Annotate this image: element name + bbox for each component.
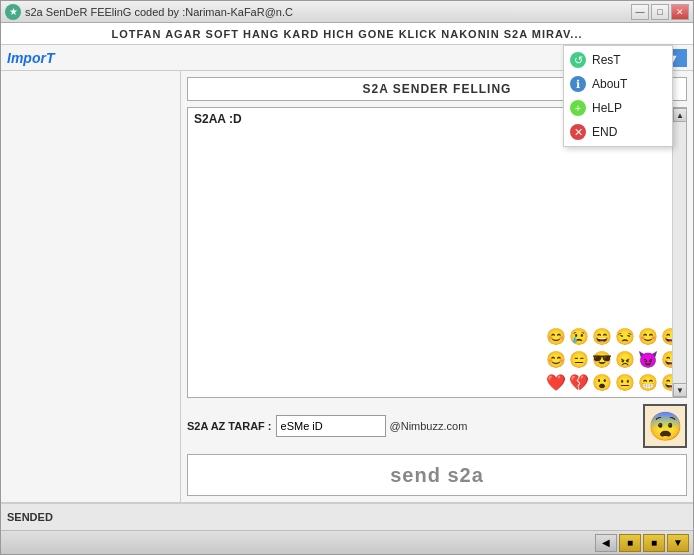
help-label: HeLP bbox=[592, 101, 622, 115]
emoji-2-4[interactable]: 😠 bbox=[614, 348, 636, 370]
dropdown-menu: ↺ ResT ℹ AbouT + HeLP ✕ END bbox=[563, 45, 673, 147]
about-icon: ℹ bbox=[570, 76, 586, 92]
emoji-3-5[interactable]: 😁 bbox=[637, 371, 659, 393]
maximize-button[interactable]: □ bbox=[651, 4, 669, 20]
scroll-down-button[interactable]: ▼ bbox=[673, 383, 687, 397]
emoji-2-2[interactable]: 😑 bbox=[568, 348, 590, 370]
emoji-2-5[interactable]: 😈 bbox=[637, 348, 659, 370]
scrollbar: ▲ ▼ bbox=[672, 108, 686, 397]
emoji-2-1[interactable]: 😊 bbox=[545, 348, 567, 370]
from-row: S2A AZ TARAF : @Nimbuzz.com 😨 bbox=[187, 404, 687, 448]
toolbar-back-button[interactable]: ◀ bbox=[595, 534, 617, 552]
emoji-1-1[interactable]: 😊 bbox=[545, 325, 567, 347]
left-panel bbox=[1, 71, 181, 502]
avatar-emoji: 😨 bbox=[648, 410, 683, 443]
rest-icon: ↺ bbox=[570, 52, 586, 68]
emoji-3-2[interactable]: 💔 bbox=[568, 371, 590, 393]
dropdown-item-rest[interactable]: ↺ ResT bbox=[564, 48, 672, 72]
window-title: s2a SenDeR FEElinG coded by :Nariman-KaF… bbox=[25, 6, 293, 18]
about-label: AbouT bbox=[592, 77, 627, 91]
toolbar-btn-1[interactable]: ■ bbox=[619, 534, 641, 552]
marquee-bar: LOTFAN AGAR SOFT HANG KARD HICH GONE KLI… bbox=[1, 23, 693, 45]
emoji-1-2[interactable]: 😢 bbox=[568, 325, 590, 347]
title-bar-buttons: — □ ✕ bbox=[631, 4, 689, 20]
marquee-text: LOTFAN AGAR SOFT HANG KARD HICH GONE KLI… bbox=[111, 28, 582, 40]
send-button[interactable]: send s2a bbox=[187, 454, 687, 496]
emoji-2-3[interactable]: 😎 bbox=[591, 348, 613, 370]
import-label: ImporT bbox=[7, 50, 54, 66]
status-text: SENDED bbox=[7, 511, 53, 523]
emoji-3-4[interactable]: 😐 bbox=[614, 371, 636, 393]
emoji-area: 😊 😢 😄 😒 😊 😄 😊 😑 😎 😠 😈 😄 ❤️ 💔 bbox=[545, 325, 682, 393]
help-icon: + bbox=[570, 100, 586, 116]
send-button-label: send s2a bbox=[390, 464, 484, 487]
minimize-button[interactable]: — bbox=[631, 4, 649, 20]
rest-label: ResT bbox=[592, 53, 621, 67]
end-icon: ✕ bbox=[570, 124, 586, 140]
main-window: ★ s2a SenDeR FEElinG coded by :Nariman-K… bbox=[0, 0, 694, 555]
bottom-toolbar: ◀ ■ ■ ▼ bbox=[1, 530, 693, 554]
toolbar-dropdown-button[interactable]: ▼ bbox=[667, 534, 689, 552]
scroll-up-button[interactable]: ▲ bbox=[673, 108, 687, 122]
emoji-3-3[interactable]: 😮 bbox=[591, 371, 613, 393]
avatar: 😨 bbox=[643, 404, 687, 448]
title-bar: ★ s2a SenDeR FEElinG coded by :Nariman-K… bbox=[1, 1, 693, 23]
username-input[interactable] bbox=[276, 415, 386, 437]
title-bar-left: ★ s2a SenDeR FEElinG coded by :Nariman-K… bbox=[5, 4, 293, 20]
dropdown-item-end[interactable]: ✕ END bbox=[564, 120, 672, 144]
end-label: END bbox=[592, 125, 617, 139]
close-button[interactable]: ✕ bbox=[671, 4, 689, 20]
dropdown-item-about[interactable]: ℹ AbouT bbox=[564, 72, 672, 96]
status-bar: SENDED bbox=[1, 502, 693, 530]
domain-label: @Nimbuzz.com bbox=[390, 420, 468, 432]
app-title: S2A SENDER FELLING bbox=[363, 82, 512, 96]
chat-area: S2AA :D 😊 😢 😄 😒 😊 😄 😊 😑 😎 😠 😈 bbox=[187, 107, 687, 398]
emoji-1-4[interactable]: 😒 bbox=[614, 325, 636, 347]
emoji-1-5[interactable]: 😊 bbox=[637, 325, 659, 347]
emoji-3-1[interactable]: ❤️ bbox=[545, 371, 567, 393]
from-label: S2A AZ TARAF : bbox=[187, 420, 272, 432]
window-icon: ★ bbox=[5, 4, 21, 20]
scroll-track[interactable] bbox=[673, 122, 686, 383]
toolbar-btn-2[interactable]: ■ bbox=[643, 534, 665, 552]
dropdown-item-help[interactable]: + HeLP bbox=[564, 96, 672, 120]
emoji-1-3[interactable]: 😄 bbox=[591, 325, 613, 347]
